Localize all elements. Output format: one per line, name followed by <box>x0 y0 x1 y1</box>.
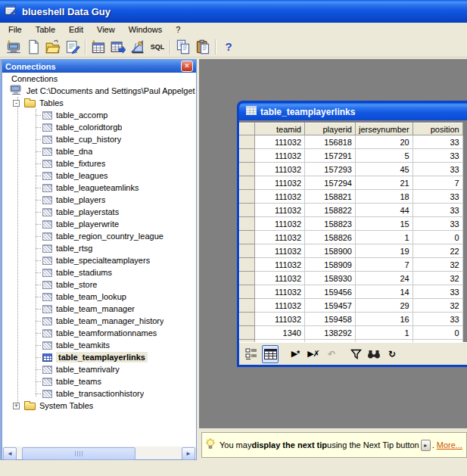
connections-panel-titlebar[interactable]: Connections ✕ <box>2 60 196 73</box>
grid-cell[interactable]: 157294 <box>305 176 356 190</box>
row-selector[interactable] <box>240 217 255 231</box>
tree-item-table_accomp[interactable]: table_accomp <box>2 109 196 121</box>
undo-button[interactable]: ↶ <box>324 346 339 362</box>
row-selector[interactable] <box>240 231 255 244</box>
grid-cell[interactable]: 20 <box>356 135 413 149</box>
menu-item-view[interactable]: View <box>90 23 122 36</box>
find-icon[interactable] <box>366 346 381 362</box>
table-window-titlebar[interactable]: table_teamplayerlinks <box>239 103 467 120</box>
row-selector[interactable] <box>240 176 255 190</box>
grid-corner-cell[interactable] <box>240 123 255 135</box>
grid-cell[interactable]: 33 <box>413 135 462 149</box>
grid-cell[interactable]: 16 <box>356 313 413 326</box>
tree-item-table_coloridtorgb[interactable]: table_coloridtorgb <box>2 121 196 133</box>
horizontal-scrollbar[interactable]: ◄ ► <box>2 446 196 459</box>
grid-cell[interactable]: 14 <box>356 285 413 299</box>
grid-cell[interactable]: 159457 <box>305 299 356 313</box>
grid-cell[interactable]: 7 <box>356 258 413 272</box>
row-selector[interactable] <box>240 285 255 299</box>
next-tip-button[interactable]: ▸ <box>421 440 431 451</box>
title-bar[interactable]: blueshell Data Guy <box>0 0 467 23</box>
tree-item-table_teamformationnames[interactable]: table_teamformationnames <box>2 327 196 339</box>
tree-item-table_stadiums[interactable]: table_stadiums <box>2 266 196 278</box>
grid-cell[interactable]: 29 <box>356 299 413 313</box>
grid-cell[interactable]: 111032 <box>255 272 305 285</box>
filter-icon[interactable] <box>348 346 363 362</box>
grid-cell[interactable]: 33 <box>413 190 462 204</box>
grid-cell[interactable]: 111032 <box>255 299 305 313</box>
grid-cell[interactable]: 1 <box>356 326 413 340</box>
design-table-button[interactable] <box>128 38 148 56</box>
grid-column-header-teamid[interactable]: teamid <box>255 123 305 135</box>
expand-icon[interactable]: + <box>13 403 20 409</box>
grid-column-header-playerid[interactable]: playerid <box>305 123 356 135</box>
grid-cell[interactable]: 158823 <box>305 217 356 231</box>
grid-cell[interactable]: 1340 <box>255 326 305 340</box>
row-selector[interactable] <box>240 149 255 163</box>
grid-cell[interactable]: 158821 <box>305 190 356 204</box>
new-file-button[interactable] <box>23 38 43 56</box>
menu-item-edit[interactable]: Edit <box>62 23 90 36</box>
form-view-button[interactable] <box>244 346 259 362</box>
properties-button[interactable] <box>63 38 83 56</box>
row-selector[interactable] <box>240 299 255 313</box>
grid-cell[interactable]: 0 <box>413 326 462 340</box>
menu-item-windows[interactable]: Windows <box>122 23 170 36</box>
grid-cell[interactable]: 19 <box>356 244 413 258</box>
refresh-icon[interactable]: ↻ <box>384 346 400 362</box>
tree-item-table_teamplayerlinks[interactable]: table_teamplayerlinks <box>2 351 196 363</box>
grid-cell[interactable]: 32 <box>413 272 462 285</box>
sql-editor-button[interactable]: SQL <box>148 38 167 56</box>
grid-cell[interactable]: 158930 <box>305 272 356 285</box>
grid-cell[interactable]: 15 <box>356 217 413 231</box>
grid-cell[interactable]: 45 <box>356 163 413 176</box>
grid-cell[interactable]: 18 <box>356 190 413 204</box>
grid-cell[interactable]: 1 <box>356 231 413 244</box>
grid-cell[interactable]: 33 <box>413 163 462 176</box>
tree-item-table_leagueteamlinks[interactable]: table_leagueteamlinks <box>2 182 196 194</box>
tree-item-table_leagues[interactable]: table_leagues <box>2 170 196 182</box>
menu-item-table[interactable]: Table <box>29 23 62 36</box>
grid-cell[interactable]: 22 <box>413 244 462 258</box>
grid-cell[interactable]: 33 <box>413 285 462 299</box>
grid-cell[interactable]: 0 <box>413 231 462 244</box>
more-link[interactable]: More... <box>437 440 462 450</box>
tree-item-table_playerstats[interactable]: table_playerstats <box>2 206 196 218</box>
row-selector[interactable] <box>240 258 255 272</box>
row-selector[interactable] <box>240 135 255 149</box>
collapse-icon[interactable]: - <box>13 100 20 107</box>
row-selector[interactable] <box>240 244 255 258</box>
grid-cell[interactable]: 111032 <box>255 135 305 149</box>
open-file-button[interactable] <box>43 38 63 56</box>
grid-cell[interactable]: 138292 <box>305 326 356 340</box>
grid-cell[interactable]: 5 <box>356 149 413 163</box>
menu-item-help[interactable]: ? <box>169 23 187 36</box>
tree-item-table_specialteamplayers[interactable]: table_specialteamplayers <box>2 254 196 266</box>
row-selector[interactable] <box>240 190 255 204</box>
scroll-left-icon[interactable]: ◄ <box>3 447 17 460</box>
tree-root-connections[interactable]: Connections <box>2 73 196 85</box>
row-selector[interactable] <box>240 272 255 285</box>
grid-cell[interactable]: 32 <box>413 299 462 313</box>
new-table-button[interactable] <box>89 38 108 56</box>
grid-cell[interactable]: 158900 <box>305 244 356 258</box>
tree-item-table_store[interactable]: table_store <box>2 278 196 291</box>
grid-cell[interactable]: 33 <box>413 149 462 163</box>
scrollbar-thumb[interactable] <box>22 447 135 460</box>
grid-cell[interactable]: 158822 <box>305 204 356 217</box>
tree-item-table_dna[interactable]: table_dna <box>2 145 196 157</box>
grid-cell[interactable]: 111032 <box>255 231 305 244</box>
delete-record-button[interactable]: ▶✗ <box>306 346 321 362</box>
grid-cell[interactable]: 111032 <box>255 285 305 299</box>
tree-item-table_team_lookup[interactable]: table_team_lookup <box>2 291 196 303</box>
paste-button[interactable] <box>193 38 213 56</box>
grid-cell[interactable]: 159456 <box>305 285 356 299</box>
tree-item-table_team_manager_history[interactable]: table_team_manager_history <box>2 315 196 327</box>
tree-item-table_team_manager[interactable]: table_team_manager <box>2 303 196 315</box>
tree-item-table_playerwrite[interactable]: table_playerwrite <box>2 218 196 230</box>
grid-cell[interactable]: 33 <box>413 217 462 231</box>
help-button[interactable]: ? <box>219 38 238 56</box>
row-selector[interactable] <box>240 204 255 217</box>
row-selector[interactable] <box>240 326 255 340</box>
grid-cell[interactable]: 33 <box>413 313 462 326</box>
